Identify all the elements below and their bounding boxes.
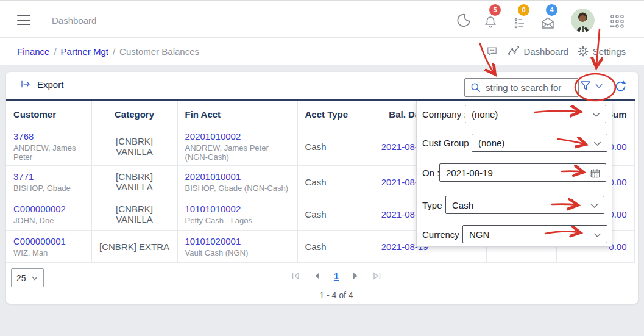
fin-acct-desc: BISHOP, Gbade (NGN-Cash) [185, 184, 290, 193]
category-cell: [CNBRK] VANILLA [91, 198, 177, 231]
breadcrumb-bar: Finance/Partner Mgt/Customer Balances Da… [0, 38, 644, 65]
previous-page-button[interactable] [313, 271, 322, 281]
chevron-down-icon [590, 203, 598, 209]
page-size-select[interactable]: 25 [11, 268, 44, 287]
type-filter-select[interactable]: Cash [445, 196, 604, 214]
first-page-button[interactable] [291, 271, 300, 281]
type-filter-label: Type : [422, 200, 447, 210]
category-cell: [CNBRK] VANILLA [91, 127, 177, 166]
refresh-button[interactable] [614, 80, 627, 93]
breadcrumb-partner-mgt[interactable]: Partner Mgt [61, 46, 108, 57]
col-header-acct-type[interactable]: Acct Type [297, 101, 358, 127]
export-button[interactable]: Export [19, 79, 63, 90]
page-number-1[interactable]: 1 [334, 271, 339, 281]
breadcrumb-finance[interactable]: Finance [17, 46, 49, 57]
acct-type-cell: Cash [297, 127, 358, 166]
cust-group-filter-label: Cust Group : [422, 138, 474, 148]
calendar-icon[interactable] [590, 168, 601, 179]
col-header-category[interactable]: Category [91, 101, 177, 127]
fin-acct-link[interactable]: 20201010001 [185, 171, 241, 182]
pagination-range-label: 1 - 4 of 4 [275, 290, 397, 300]
chevron-down-icon [31, 275, 38, 281]
table-toolbar: Export [6, 72, 638, 99]
col-header-customer[interactable]: Customer [6, 101, 91, 127]
breadcrumb: Finance/Partner Mgt/Customer Balances [17, 46, 199, 57]
col-header-fin-acct[interactable]: Fin Acct [177, 101, 297, 127]
chevron-down-icon [593, 232, 601, 238]
fin-acct-link[interactable]: 20201010002 [185, 131, 241, 141]
last-page-button[interactable] [372, 271, 381, 281]
customer-id-link[interactable]: C000000002 [13, 204, 66, 214]
tasks-list-icon[interactable] [513, 16, 530, 33]
activity-chart-icon [507, 45, 520, 57]
customer-balances-page: Dashboard 5 0 4 [0, 0, 644, 336]
category-cell: [CNBRK] VANILLA [91, 166, 177, 198]
fin-acct-link[interactable]: 10101020001 [185, 236, 241, 246]
customer-id-link[interactable]: C000000001 [13, 236, 66, 246]
fin-acct-link[interactable]: 10101010002 [185, 204, 241, 214]
currency-filter-select[interactable]: NGN [462, 225, 607, 243]
search-box [464, 78, 579, 97]
chevron-down-icon [592, 112, 600, 118]
customer-name: WIZ, Man [13, 248, 84, 257]
customer-id-link[interactable]: 3771 [13, 171, 34, 182]
search-icon [470, 82, 482, 94]
filter-button[interactable] [579, 80, 603, 92]
fin-acct-desc: Vault Cash (NGN) [185, 248, 290, 257]
category-cell: [CNBRK] EXTRA [91, 231, 177, 263]
customer-name: JOHN, Doe [13, 216, 84, 225]
export-icon [19, 79, 32, 90]
fin-acct-desc: ANDREW, James Peter (NGN-Cash) [185, 143, 290, 162]
apps-grid-icon[interactable] [609, 13, 626, 30]
mail-icon[interactable] [540, 16, 557, 33]
customer-id-link[interactable]: 3768 [13, 131, 34, 141]
user-avatar[interactable] [571, 9, 595, 32]
breadcrumb-current: Customer Balances [119, 46, 199, 57]
next-page-button[interactable] [351, 271, 360, 281]
fin-acct-desc: Petty Cash - Lagos [185, 216, 290, 225]
hamburger-menu-icon[interactable] [17, 15, 30, 25]
refresh-icon [614, 80, 627, 93]
tasks-badge: 0 [518, 4, 529, 16]
acct-type-cell: Cash [297, 231, 358, 263]
dashboard-link[interactable]: Dashboard [507, 45, 568, 57]
acct-type-cell: Cash [297, 198, 358, 231]
pager: 1 [275, 271, 397, 281]
chevron-down-icon [595, 82, 603, 90]
company-filter-label: Company : [422, 109, 467, 120]
settings-link[interactable]: Settings [577, 45, 626, 57]
currency-filter-label: Currency : [422, 229, 464, 240]
filter-funnel-icon [579, 80, 592, 92]
top-navbar: Dashboard 5 0 4 [0, 0, 644, 38]
chevron-down-icon [593, 141, 601, 146]
customer-name: BISHOP, Gbade [13, 184, 84, 193]
on-date-input[interactable]: 2021-08-19 [439, 163, 606, 182]
bell-badge: 5 [489, 4, 501, 16]
search-input[interactable] [486, 82, 571, 93]
company-filter-select[interactable]: (none) [465, 105, 606, 123]
filter-panel: Company : (none) Cust Group : (none) On … [416, 101, 612, 247]
feedback-chat-icon[interactable] [486, 45, 498, 57]
customer-name: ANDREW, James Peter [13, 143, 84, 162]
mail-badge: 4 [546, 4, 557, 16]
cust-group-filter-select[interactable]: (none) [472, 134, 607, 152]
gear-icon [577, 45, 589, 57]
app-title: Dashboard [52, 15, 96, 26]
acct-type-cell: Cash [297, 166, 358, 198]
on-date-filter-label: On : [422, 168, 439, 178]
bell-icon[interactable] [483, 15, 500, 32]
dark-mode-moon-icon[interactable] [456, 12, 473, 29]
